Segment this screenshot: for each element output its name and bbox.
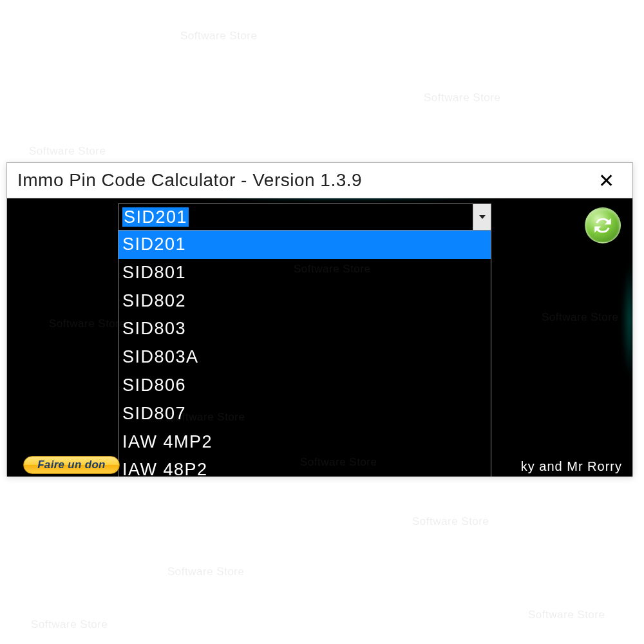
list-item[interactable]: SID803A — [118, 343, 491, 372]
watermark: Software Store — [29, 145, 106, 158]
app-body: SID201 SID201 SID801 SID802 SID803 SID80… — [7, 198, 632, 477]
refresh-icon — [592, 214, 614, 236]
watermark: Software Store — [31, 618, 108, 631]
ecu-select[interactable]: SID201 — [118, 204, 491, 231]
list-item[interactable]: SID801 — [118, 259, 491, 287]
watermark: Software Store — [167, 565, 244, 578]
titlebar[interactable]: Immo Pin Code Calculator - Version 1.3.9… — [7, 163, 632, 198]
refresh-button[interactable] — [585, 207, 621, 243]
list-item[interactable]: SID201 — [118, 231, 491, 259]
close-icon[interactable]: ✕ — [592, 167, 621, 194]
decorative-glow — [600, 237, 632, 404]
list-item[interactable]: IAW 4MP2 — [118, 428, 491, 457]
list-item[interactable]: SID803 — [118, 315, 491, 343]
donate-button[interactable]: Faire un don — [23, 456, 120, 474]
list-item[interactable]: SID807 — [118, 400, 491, 428]
application-window: Immo Pin Code Calculator - Version 1.3.9… — [6, 162, 633, 477]
watermark: Software Store — [424, 91, 500, 104]
chevron-down-icon[interactable] — [473, 204, 491, 230]
credit-text: ky and Mr Rorry — [521, 459, 622, 474]
watermark: Software Store — [49, 317, 126, 330]
list-item[interactable]: SID806 — [118, 372, 491, 400]
watermark: Software Store — [528, 609, 605, 621]
list-item[interactable]: SID802 — [118, 287, 491, 316]
watermark: Software Store — [180, 30, 257, 43]
list-item[interactable]: IAW 48P2 — [118, 456, 491, 477]
watermark: Software Store — [412, 515, 489, 528]
ecu-select-value: SID201 — [118, 207, 473, 227]
ecu-select-dropdown[interactable]: SID201 SID801 SID802 SID803 SID803A SID8… — [118, 231, 491, 477]
window-title: Immo Pin Code Calculator - Version 1.3.9 — [17, 170, 362, 191]
